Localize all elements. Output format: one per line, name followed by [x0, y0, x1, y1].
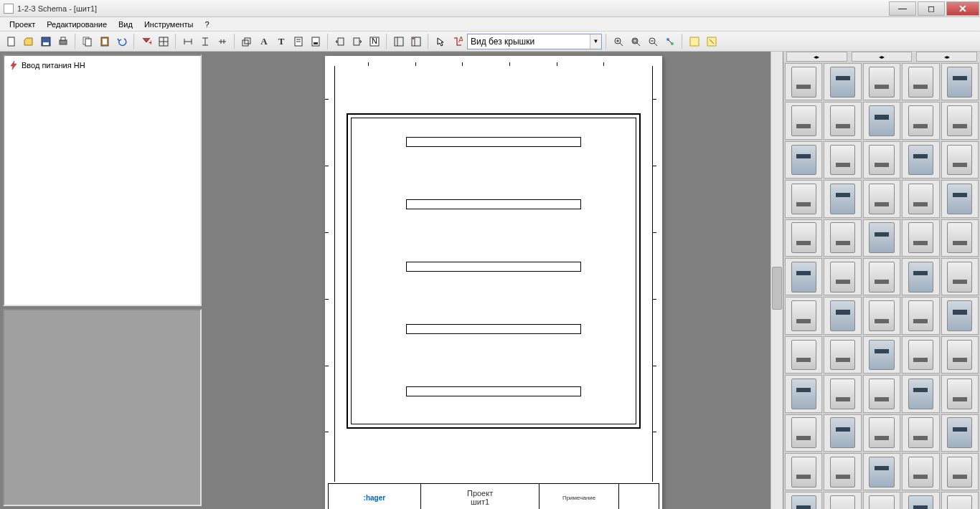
textbox-icon[interactable]: T [273, 34, 289, 49]
drawing-page[interactable]: :hager Проект шит1 Примечание [325, 56, 662, 509]
palette-item[interactable] [902, 492, 939, 509]
palette-item[interactable] [863, 180, 900, 217]
layers-icon[interactable] [239, 34, 255, 49]
view-selector-input[interactable] [468, 37, 590, 47]
ruler-2-icon[interactable] [197, 34, 213, 49]
close-button[interactable]: ✕ [946, 1, 979, 16]
palette-item[interactable] [863, 219, 900, 257]
palette-item[interactable] [785, 63, 822, 100]
palette-item[interactable] [824, 492, 861, 509]
palette-item[interactable] [785, 141, 822, 179]
autoroute-icon[interactable]: A [450, 34, 466, 49]
palette-item[interactable] [941, 492, 979, 509]
din-rail-2[interactable] [406, 199, 581, 209]
highlight-2-icon[interactable] [704, 34, 720, 49]
din-rail-4[interactable] [406, 324, 581, 334]
menu-view[interactable]: Вид [113, 19, 138, 30]
enclosure-frame[interactable] [347, 113, 641, 429]
print-icon[interactable] [55, 34, 71, 49]
undo-icon[interactable] [114, 34, 130, 49]
palette-item[interactable] [941, 453, 979, 490]
din-rail-3[interactable] [406, 262, 581, 272]
palette-item[interactable] [902, 258, 939, 295]
panel-2-icon[interactable] [408, 34, 424, 49]
palette-item[interactable] [941, 141, 979, 179]
palette-item[interactable] [785, 219, 822, 257]
palette-item[interactable] [941, 375, 979, 412]
din-rail-5[interactable] [406, 386, 581, 396]
palette-item[interactable] [941, 336, 979, 374]
palette-item[interactable] [785, 180, 822, 217]
palette-item[interactable] [863, 492, 900, 509]
palette-item[interactable] [941, 297, 979, 334]
palette-item[interactable] [824, 336, 861, 374]
palette-item[interactable] [941, 219, 979, 257]
palette-item[interactable] [824, 141, 861, 179]
minimize-button[interactable]: — [889, 1, 916, 16]
scrollbar-vertical[interactable] [771, 52, 783, 509]
palette-item[interactable] [785, 375, 822, 412]
palette-item[interactable] [863, 414, 900, 452]
palette-item[interactable] [902, 219, 939, 257]
palette-item[interactable] [785, 453, 822, 490]
palette-item[interactable] [785, 297, 822, 334]
palette-item[interactable] [824, 180, 861, 217]
move-right-icon[interactable] [349, 34, 365, 49]
palette-item[interactable] [902, 414, 939, 452]
grid-icon[interactable] [156, 34, 171, 49]
palette-item[interactable] [785, 492, 822, 509]
highlight-1-icon[interactable] [687, 34, 702, 49]
palette-item[interactable] [863, 336, 900, 374]
zoom-out-icon[interactable] [645, 34, 661, 49]
autonumber-icon[interactable]: N [367, 34, 382, 49]
pointer-icon[interactable] [433, 34, 448, 49]
palette-item[interactable] [902, 453, 939, 490]
palette-item[interactable] [863, 102, 900, 139]
palette-item[interactable] [902, 336, 939, 374]
palette-item[interactable] [785, 102, 822, 139]
move-left-icon[interactable] [332, 34, 348, 49]
palette-item[interactable] [941, 258, 979, 295]
docpage-icon[interactable] [291, 34, 306, 49]
project-tree[interactable]: Ввод питания НН [3, 54, 202, 306]
zoom-in-icon[interactable] [611, 34, 626, 49]
palette-item[interactable] [824, 63, 861, 100]
copy-icon[interactable] [80, 34, 95, 49]
chevron-down-icon[interactable]: ▼ [590, 34, 601, 49]
palette-item[interactable] [902, 102, 939, 139]
text-icon[interactable]: A [256, 34, 272, 49]
add-item-icon[interactable]: + [138, 34, 154, 49]
palette-item[interactable] [902, 141, 939, 179]
palette-item[interactable] [863, 63, 900, 100]
open-icon[interactable] [21, 34, 37, 49]
palette-item[interactable] [785, 258, 822, 295]
palette-item[interactable] [863, 297, 900, 334]
palette-item[interactable] [824, 102, 861, 139]
palette-item[interactable] [824, 375, 861, 412]
zoom-fit-icon[interactable] [628, 34, 644, 49]
palette-item[interactable] [785, 414, 822, 452]
menu-tools[interactable]: Инструменты [138, 19, 199, 30]
din-rail-1[interactable] [406, 137, 581, 147]
menu-help[interactable]: ? [199, 19, 215, 30]
stamp-icon[interactable] [308, 34, 324, 49]
save-icon[interactable] [38, 34, 54, 49]
menu-edit[interactable]: Редактирование [41, 19, 113, 30]
palette-item[interactable] [941, 63, 979, 100]
ruler-1-icon[interactable] [180, 34, 196, 49]
palette-item[interactable] [863, 141, 900, 179]
scrollbar-thumb[interactable] [772, 267, 782, 310]
palette-item[interactable] [824, 453, 861, 490]
palette-item[interactable] [824, 414, 861, 452]
palette-item[interactable] [863, 258, 900, 295]
palette-item[interactable] [941, 180, 979, 217]
menu-project[interactable]: Проект [4, 19, 41, 30]
palette-item[interactable] [902, 375, 939, 412]
palette-item[interactable] [863, 375, 900, 412]
palette-item[interactable] [863, 453, 900, 490]
palette-item[interactable] [824, 297, 861, 334]
connection-icon[interactable] [662, 34, 678, 49]
canvas[interactable]: :hager Проект шит1 Примечание [204, 52, 783, 509]
palette-item[interactable] [902, 297, 939, 334]
palette-item[interactable] [902, 63, 939, 100]
